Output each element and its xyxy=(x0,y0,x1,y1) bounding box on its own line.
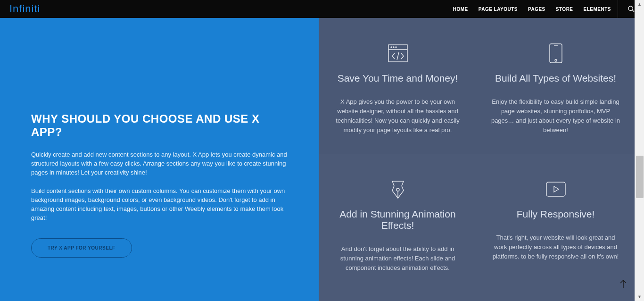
arrow-up-icon xyxy=(619,279,628,289)
svg-marker-14 xyxy=(554,186,559,192)
scroll-up-arrow[interactable]: ▲ xyxy=(635,0,644,8)
feature-title: Fully Responsive! xyxy=(491,209,620,220)
svg-rect-13 xyxy=(546,182,565,196)
back-to-top-button[interactable] xyxy=(617,277,630,291)
hero-paragraph-1: Quickly create and add new content secti… xyxy=(31,150,290,177)
feature-title: Build All Types of Websites! xyxy=(491,73,620,84)
svg-point-0 xyxy=(628,6,633,10)
svg-line-7 xyxy=(397,52,399,60)
feature-title: Save You Time and Money! xyxy=(333,73,462,84)
feature-card-animation: Add in Stunning Animation Effects! And d… xyxy=(319,154,477,301)
svg-point-10 xyxy=(555,59,557,61)
feature-title: Add in Stunning Animation Effects! xyxy=(333,209,462,231)
scroll-thumb[interactable] xyxy=(636,156,644,198)
nav-pages[interactable]: PAGES xyxy=(528,7,545,12)
feature-body: X App gives you the power to be your own… xyxy=(333,97,462,135)
hero-section: WHY SHOULD YOU CHOOSE AND USE X APP? Qui… xyxy=(0,18,319,301)
feature-body: That's right, your website will look gre… xyxy=(491,233,620,261)
mobile-phone-icon xyxy=(491,42,620,65)
feature-grid: Save You Time and Money! X App gives you… xyxy=(319,18,635,301)
feature-body: And don't forget about the ability to ad… xyxy=(333,244,462,273)
top-header: Infiniti HOME PAGE LAYOUTS PAGES STORE E… xyxy=(0,0,644,18)
search-icon xyxy=(627,5,635,13)
brand-logo[interactable]: Infiniti xyxy=(9,3,40,15)
main-content: WHY SHOULD YOU CHOOSE AND USE X APP? Qui… xyxy=(0,18,635,301)
nav-store[interactable]: STORE xyxy=(556,7,573,12)
vertical-scrollbar[interactable]: ▲ ▼ xyxy=(635,0,644,301)
svg-line-1 xyxy=(632,10,634,12)
scroll-down-arrow[interactable]: ▼ xyxy=(635,293,644,301)
feature-card-time-money: Save You Time and Money! X App gives you… xyxy=(319,18,477,154)
nav-elements[interactable]: ELEMENTS xyxy=(584,7,611,12)
nav-page-layouts[interactable]: PAGE LAYOUTS xyxy=(479,7,518,12)
hero-title: WHY SHOULD YOU CHOOSE AND USE X APP? xyxy=(31,112,290,139)
pen-nib-icon xyxy=(333,177,462,201)
svg-point-6 xyxy=(396,47,396,48)
play-video-icon xyxy=(491,177,620,201)
svg-point-4 xyxy=(391,47,392,48)
main-nav: HOME PAGE LAYOUTS PAGES STORE ELEMENTS xyxy=(453,0,611,18)
svg-point-5 xyxy=(393,47,394,48)
code-window-icon xyxy=(333,42,462,65)
svg-rect-8 xyxy=(550,44,562,63)
feature-card-responsive: Fully Responsive! That's right, your web… xyxy=(477,154,635,301)
hero-paragraph-2: Build content sections with their own cu… xyxy=(31,186,290,222)
try-app-button[interactable]: TRY X APP FOR YOURSELF xyxy=(31,238,132,258)
svg-point-11 xyxy=(396,188,399,191)
feature-body: Enjoy the flexibility to easy build simp… xyxy=(491,97,620,135)
feature-card-websites: Build All Types of Websites! Enjoy the f… xyxy=(477,18,635,154)
nav-home[interactable]: HOME xyxy=(453,7,468,12)
